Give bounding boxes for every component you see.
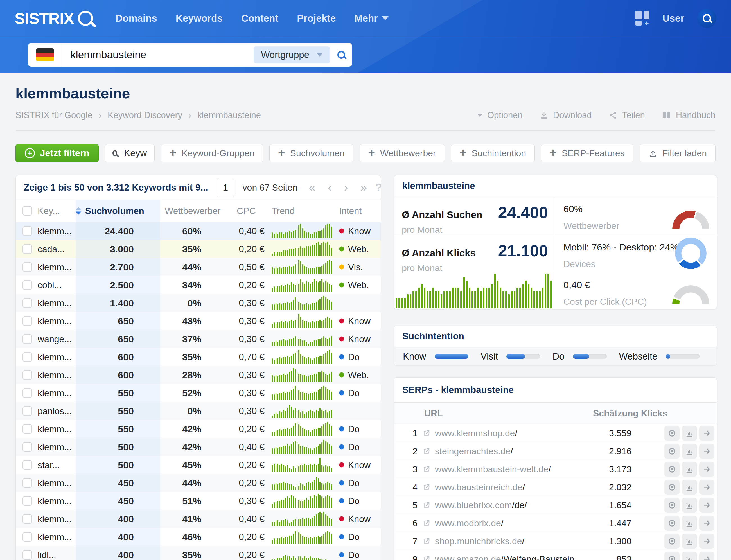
external-link-icon[interactable]: [422, 537, 430, 545]
keyword-cell[interactable]: klemm...: [38, 424, 72, 434]
last-page-icon[interactable]: »: [360, 182, 367, 193]
serp-row[interactable]: 4www.bausteinreich.de/2.032: [394, 478, 717, 496]
row-checkbox[interactable]: [22, 262, 32, 272]
serp-url[interactable]: www.amazon.de/Weifeng-Bausteine-N...: [435, 554, 587, 560]
row-checkbox[interactable]: [22, 280, 32, 290]
row-checkbox[interactable]: [22, 442, 32, 452]
nav-item-projekte[interactable]: Projekte: [297, 13, 336, 24]
add-filter-button-wettbewerber[interactable]: +Wettbewerber: [360, 144, 445, 162]
row-checkbox[interactable]: [22, 370, 32, 380]
external-link-icon[interactable]: [422, 447, 430, 455]
keyword-cell[interactable]: klemm...: [38, 442, 72, 452]
row-checkbox[interactable]: [22, 316, 32, 326]
row-checkbox[interactable]: [22, 406, 32, 416]
keyword-cell[interactable]: wange...: [38, 334, 72, 344]
serp-open-button[interactable]: [699, 516, 714, 531]
column-competition[interactable]: Wettbewerber: [165, 206, 215, 216]
serp-row[interactable]: 2steingemachtes.de/2.916: [394, 442, 717, 460]
serp-row[interactable]: 9www.amazon.de/Weifeng-Bausteine-N...853: [394, 550, 717, 560]
serp-open-button[interactable]: [699, 462, 714, 477]
serp-chart-button[interactable]: [682, 516, 697, 531]
serp-url[interactable]: www.modbrix.de/: [435, 518, 504, 528]
external-link-icon[interactable]: [422, 519, 430, 527]
serp-chart-button[interactable]: [682, 480, 697, 495]
serp-chart-button[interactable]: [682, 444, 697, 459]
table-row[interactable]: klemm...50042%0,40 €Do: [16, 438, 381, 456]
table-row[interactable]: panlos...5500%0,30 €: [16, 402, 381, 420]
germany-flag-icon[interactable]: [36, 48, 54, 61]
serp-view-button[interactable]: [664, 516, 680, 531]
serp-row[interactable]: 7shop.munichbricks.de/1.300: [394, 532, 717, 550]
serp-view-button[interactable]: [664, 498, 680, 513]
column-trend[interactable]: Trend: [272, 206, 295, 216]
filter-now-button[interactable]: + Jetzt filtern: [15, 144, 99, 162]
keyword-cell[interactable]: klemm...: [38, 388, 72, 398]
serp-open-button[interactable]: [699, 552, 714, 560]
keyword-cell[interactable]: klemm...: [38, 352, 72, 362]
keyword-cell[interactable]: klemm...: [38, 514, 72, 524]
search-mode-select[interactable]: Wortgruppe: [254, 46, 330, 63]
table-row[interactable]: klemm...60035%0,70 €Do: [16, 348, 381, 366]
external-link-icon[interactable]: [422, 429, 430, 437]
nav-item-content[interactable]: Content: [241, 13, 278, 24]
serp-url[interactable]: www.klemmshop.de/: [435, 428, 517, 438]
table-row[interactable]: klemm...45044%0,20 €Do: [16, 474, 381, 492]
table-row[interactable]: klemm...65043%0,30 €Know: [16, 312, 381, 330]
serp-view-button[interactable]: [664, 444, 680, 459]
next-page-icon[interactable]: ›: [344, 182, 348, 193]
external-link-icon[interactable]: [422, 483, 430, 491]
serp-url[interactable]: steingemachtes.de/: [435, 446, 513, 456]
column-volume[interactable]: Suchvolumen: [76, 206, 144, 216]
user-menu[interactable]: User: [662, 13, 684, 24]
table-row[interactable]: klemm...40041%0,40 €Know: [16, 510, 381, 528]
column-intent[interactable]: Intent: [339, 206, 362, 216]
row-checkbox[interactable]: [22, 424, 32, 434]
add-filter-button-suchintention[interactable]: +Suchintention: [451, 144, 535, 162]
keyword-cell[interactable]: klemm...: [38, 226, 72, 236]
row-checkbox[interactable]: [22, 496, 32, 506]
table-row[interactable]: star...50045%0,20 €Know: [16, 456, 381, 474]
row-checkbox[interactable]: [22, 334, 32, 344]
first-page-icon[interactable]: «: [309, 182, 315, 193]
keyword-filter-input[interactable]: [124, 148, 147, 159]
help-icon[interactable]: ?: [375, 182, 381, 194]
keyword-cell[interactable]: klemm...: [38, 298, 72, 308]
row-checkbox[interactable]: [22, 532, 32, 542]
keyword-cell[interactable]: cobi...: [38, 280, 62, 290]
table-row[interactable]: cobi...2.50034%0,20 €Web.: [16, 276, 381, 294]
table-row[interactable]: klemm...1.4000%0,30 €: [16, 294, 381, 312]
external-link-icon[interactable]: [422, 555, 430, 560]
keyword-cell[interactable]: klemm...: [38, 478, 72, 488]
keyword-cell[interactable]: lidl...: [38, 550, 56, 560]
keyword-cell[interactable]: star...: [38, 460, 60, 470]
serp-open-button[interactable]: [699, 534, 714, 549]
serp-view-button[interactable]: [664, 426, 680, 441]
breadcrumb-item[interactable]: Keyword Discovery: [108, 110, 182, 120]
serp-chart-button[interactable]: [682, 498, 697, 513]
row-checkbox[interactable]: [22, 388, 32, 398]
share-button[interactable]: Teilen: [609, 110, 645, 120]
breadcrumb-item[interactable]: SISTRIX für Google: [15, 110, 92, 120]
serp-open-button[interactable]: [699, 498, 714, 513]
table-row[interactable]: wange...65037%0,30 €Know: [16, 330, 381, 348]
table-row[interactable]: klemm...55042%0,20 €Do: [16, 420, 381, 438]
submit-search-icon[interactable]: [337, 51, 345, 59]
keyword-cell[interactable]: cada...: [38, 244, 65, 254]
page-number-input[interactable]: [217, 178, 234, 197]
row-checkbox[interactable]: [22, 460, 32, 470]
search-input[interactable]: [62, 49, 254, 61]
options-button[interactable]: Optionen: [477, 110, 523, 120]
serp-open-button[interactable]: [699, 426, 714, 441]
keyword-cell[interactable]: klemm...: [38, 532, 72, 542]
apps-grid-icon[interactable]: +: [635, 11, 649, 26]
keyword-cell[interactable]: klemm...: [38, 316, 72, 326]
external-link-icon[interactable]: [422, 465, 430, 473]
serp-view-button[interactable]: [664, 480, 680, 495]
add-filter-button-keyword-gruppen[interactable]: +Keyword-Gruppen: [161, 144, 263, 162]
serp-chart-button[interactable]: [682, 462, 697, 477]
serp-chart-button[interactable]: [682, 426, 697, 441]
add-filter-button-suchvolumen[interactable]: +Suchvolumen: [269, 144, 353, 162]
row-checkbox[interactable]: [22, 298, 32, 308]
prev-page-icon[interactable]: ‹: [328, 182, 332, 193]
serp-url[interactable]: www.bausteinreich.de/: [435, 482, 525, 492]
